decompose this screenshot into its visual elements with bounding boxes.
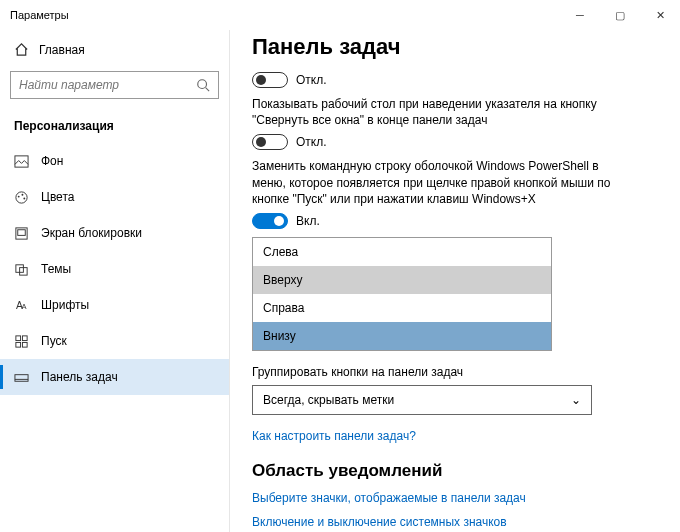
- sidebar-item-label: Пуск: [41, 334, 67, 348]
- close-button[interactable]: ✕: [640, 0, 680, 30]
- option-bottom[interactable]: Внизу: [253, 322, 551, 350]
- svg-text:A: A: [22, 302, 27, 311]
- page-title: Панель задач: [252, 34, 658, 60]
- toggle-state: Откл.: [296, 73, 327, 87]
- toggle-switch-off-icon: [252, 72, 288, 88]
- sidebar-item-label: Цвета: [41, 190, 74, 204]
- search-icon: [196, 78, 210, 92]
- themes-icon: [14, 262, 29, 277]
- svg-rect-15: [16, 342, 21, 347]
- svg-point-3: [16, 191, 27, 202]
- taskbar-icon: [14, 370, 29, 385]
- svg-rect-14: [22, 335, 27, 340]
- link-system-icons[interactable]: Включение и выключение системных значков: [252, 515, 658, 529]
- svg-point-4: [18, 195, 20, 197]
- sidebar-item-themes[interactable]: Темы: [0, 251, 229, 287]
- svg-rect-8: [18, 229, 26, 235]
- sidebar-item-label: Шрифты: [41, 298, 89, 312]
- combo-value: Всегда, скрывать метки: [263, 393, 394, 407]
- toggle-switch-on-icon: [252, 213, 288, 229]
- home-link[interactable]: Главная: [0, 36, 229, 63]
- svg-point-0: [198, 80, 207, 89]
- sidebar-item-colors[interactable]: Цвета: [0, 179, 229, 215]
- content-area: Панель задач Откл. Показывать рабочий ст…: [230, 30, 680, 532]
- titlebar: Параметры ─ ▢ ✕: [0, 0, 680, 30]
- toggle-state: Вкл.: [296, 214, 320, 228]
- search-input-wrap[interactable]: [10, 71, 219, 99]
- sidebar-item-label: Темы: [41, 262, 71, 276]
- lockscreen-icon: [14, 226, 29, 241]
- toggle-powershell[interactable]: Вкл.: [252, 213, 658, 229]
- help-link[interactable]: Как настроить панели задач?: [252, 429, 658, 443]
- desc-peek: Показывать рабочий стол при наведении ук…: [252, 96, 632, 128]
- desc-powershell: Заменить командную строку оболочкой Wind…: [252, 158, 632, 207]
- sidebar-item-fonts[interactable]: AA Шрифты: [0, 287, 229, 323]
- chevron-down-icon: ⌄: [571, 393, 581, 407]
- group-combobox[interactable]: Всегда, скрывать метки ⌄: [252, 385, 592, 415]
- sidebar-item-label: Фон: [41, 154, 63, 168]
- window-title: Параметры: [10, 9, 69, 21]
- option-right[interactable]: Справа: [253, 294, 551, 322]
- sidebar-item-background[interactable]: Фон: [0, 143, 229, 179]
- home-icon: [14, 42, 29, 57]
- group-label: Группировать кнопки на панели задач: [252, 365, 658, 379]
- maximize-button[interactable]: ▢: [600, 0, 640, 30]
- svg-rect-2: [15, 155, 28, 166]
- link-select-icons[interactable]: Выберите значки, отображаемые в панели з…: [252, 491, 658, 505]
- svg-line-1: [206, 88, 210, 92]
- section-notification: Область уведомлений: [252, 461, 658, 481]
- svg-point-6: [23, 197, 25, 199]
- sidebar-item-start[interactable]: Пуск: [0, 323, 229, 359]
- toggle-peek-partial[interactable]: Откл.: [252, 72, 658, 88]
- sidebar-item-lockscreen[interactable]: Экран блокировки: [0, 215, 229, 251]
- image-icon: [14, 154, 29, 169]
- sidebar-item-label: Панель задач: [41, 370, 118, 384]
- option-top[interactable]: Вверху: [253, 266, 551, 294]
- svg-rect-16: [22, 342, 27, 347]
- toggle-state: Откл.: [296, 135, 327, 149]
- toggle-peek[interactable]: Откл.: [252, 134, 658, 150]
- svg-rect-17: [15, 374, 28, 381]
- svg-rect-13: [16, 335, 21, 340]
- sidebar-item-label: Экран блокировки: [41, 226, 142, 240]
- start-icon: [14, 334, 29, 349]
- toggle-switch-off-icon: [252, 134, 288, 150]
- option-left[interactable]: Слева: [253, 238, 551, 266]
- svg-point-5: [22, 193, 24, 195]
- search-input[interactable]: [19, 78, 196, 92]
- home-label: Главная: [39, 43, 85, 57]
- sidebar: Главная Персонализация Фон Цвета Экран б…: [0, 30, 230, 532]
- minimize-button[interactable]: ─: [560, 0, 600, 30]
- sidebar-section: Персонализация: [0, 113, 229, 143]
- palette-icon: [14, 190, 29, 205]
- sidebar-item-taskbar[interactable]: Панель задач: [0, 359, 229, 395]
- fonts-icon: AA: [14, 298, 29, 313]
- taskbar-position-listbox[interactable]: Слева Вверху Справа Внизу: [252, 237, 552, 351]
